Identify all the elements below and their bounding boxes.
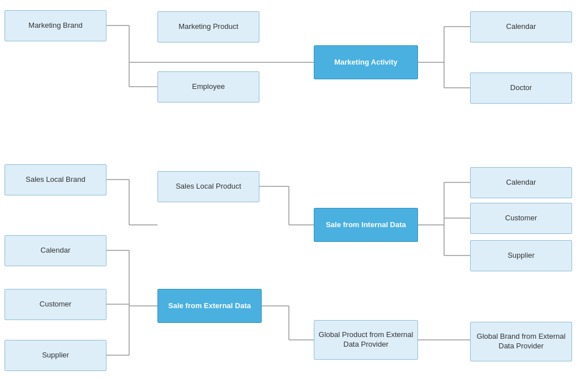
customer-right-node: Customer bbox=[470, 203, 572, 234]
calendar-left-node: Calendar bbox=[5, 235, 106, 266]
marketing-product-node: Marketing Product bbox=[157, 11, 259, 42]
doctor-node: Doctor bbox=[470, 73, 572, 104]
customer-left-node: Customer bbox=[5, 289, 106, 320]
marketing-brand-node: Marketing Brand bbox=[5, 10, 106, 41]
sales-local-brand-node: Sales Local Brand bbox=[5, 164, 106, 195]
global-brand-node: Global Brand from External Data Provider bbox=[470, 322, 572, 361]
employee-node: Employee bbox=[157, 71, 259, 103]
calendar-top-node: Calendar bbox=[470, 11, 572, 42]
supplier-right-node: Supplier bbox=[470, 240, 572, 271]
sales-local-product-node: Sales Local Product bbox=[157, 171, 259, 202]
sale-internal-node: Sale from Internal Data bbox=[314, 208, 418, 242]
marketing-activity-node: Marketing Activity bbox=[314, 45, 418, 79]
sale-external-node: Sale from External Data bbox=[157, 289, 262, 323]
supplier-left-node: Supplier bbox=[5, 340, 106, 371]
calendar-mid-node: Calendar bbox=[470, 167, 572, 198]
diagram-canvas: Marketing Brand Marketing Product Employ… bbox=[0, 0, 580, 392]
global-product-node: Global Product from External Data Provid… bbox=[314, 320, 418, 360]
